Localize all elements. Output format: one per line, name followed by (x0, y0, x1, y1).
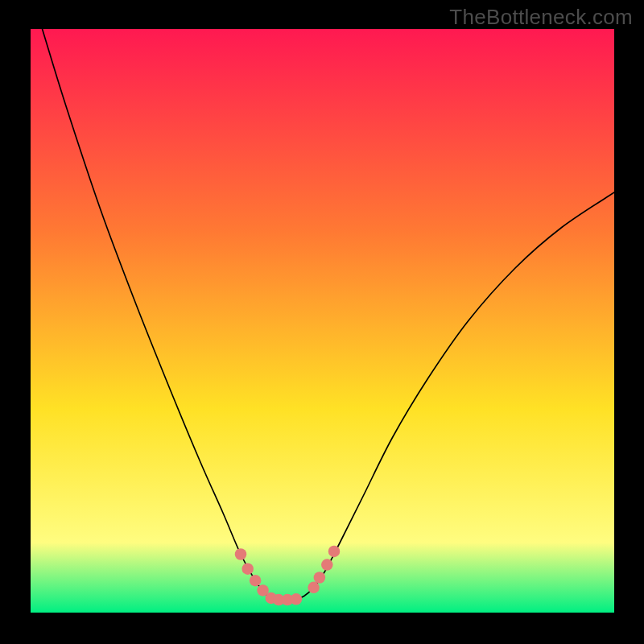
curve-marker (321, 559, 333, 571)
curve-marker (328, 546, 341, 558)
curve-marker (250, 575, 262, 587)
curve-marker (291, 593, 303, 605)
curve-marker (308, 582, 320, 594)
plot-background (31, 29, 614, 613)
chart-svg (31, 29, 614, 613)
watermark-text: TheBottleneck.com (449, 5, 633, 30)
plot-area (31, 29, 614, 613)
curve-marker (242, 563, 254, 575)
curve-marker (314, 572, 326, 584)
chart-frame: TheBottleneck.com (0, 0, 644, 644)
curve-marker (235, 548, 247, 560)
